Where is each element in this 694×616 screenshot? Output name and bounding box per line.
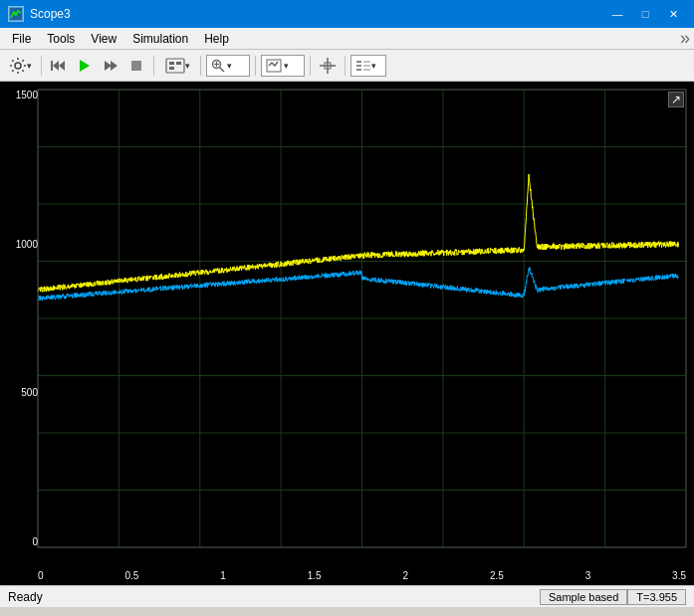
svg-marker-6 [105, 61, 112, 71]
x-label-0: 0 [38, 570, 44, 581]
menu-simulation[interactable]: Simulation [124, 30, 196, 48]
close-button[interactable]: ✕ [660, 4, 686, 24]
cursor-button[interactable] [316, 54, 340, 78]
sep2 [153, 56, 154, 76]
status-bar: Ready Sample based T=3.955 [0, 585, 694, 607]
svg-point-1 [15, 63, 21, 69]
sep4 [255, 56, 256, 76]
run-button[interactable] [73, 54, 97, 78]
time-label: T=3.955 [627, 589, 686, 605]
expand-button[interactable]: ↗ [668, 92, 684, 107]
title-bar: Scope3 — □ ✕ [0, 0, 694, 28]
menu-tools[interactable]: Tools [39, 30, 83, 48]
y-label-1500: 1500 [16, 90, 38, 101]
svg-rect-8 [131, 61, 141, 71]
svg-marker-5 [80, 60, 90, 72]
svg-line-14 [220, 67, 225, 72]
legend-dropdown[interactable]: ▾ [350, 55, 386, 77]
x-label-25: 2.5 [490, 570, 504, 581]
svg-marker-7 [111, 61, 117, 71]
menu-arrow[interactable]: » [680, 28, 690, 49]
step-button[interactable] [99, 54, 122, 78]
scope-canvas [0, 82, 694, 585]
x-label-1: 1 [220, 570, 226, 581]
menu-file[interactable]: File [4, 30, 39, 48]
y-label-0: 0 [32, 536, 38, 547]
svg-rect-11 [169, 67, 174, 70]
zoom-fit-dropdown[interactable]: ▾ [261, 55, 305, 77]
minimize-button[interactable]: — [604, 4, 630, 24]
plot-container: 1500 1000 500 0 0 0.5 1 1.5 2 2.5 3 3.5 … [0, 82, 694, 585]
svg-marker-2 [53, 61, 59, 71]
maximize-button[interactable]: □ [632, 4, 658, 24]
toolbar: ▾ ▾ [0, 50, 694, 82]
settings-button[interactable]: ▾ [4, 54, 36, 78]
svg-rect-10 [169, 62, 174, 65]
menu-view[interactable]: View [83, 30, 124, 48]
y-label-500: 500 [21, 387, 38, 398]
sep6 [345, 56, 346, 76]
x-label-2: 2 [402, 570, 408, 581]
params-button[interactable]: ▾ [159, 54, 195, 78]
x-label-3: 3 [585, 570, 591, 581]
rewind-button[interactable] [47, 54, 71, 78]
status-ready: Ready [8, 590, 43, 604]
app-icon [8, 6, 24, 22]
svg-marker-3 [59, 61, 65, 71]
sample-based-label: Sample based [540, 589, 627, 605]
sep3 [200, 56, 201, 76]
sep5 [310, 56, 311, 76]
menu-bar: File Tools View Simulation Help » [0, 28, 694, 50]
status-right: Sample based T=3.955 [540, 589, 686, 605]
svg-rect-4 [51, 61, 53, 71]
x-label-05: 0.5 [124, 570, 138, 581]
x-label-15: 1.5 [308, 570, 322, 581]
menu-help[interactable]: Help [196, 30, 237, 48]
sep1 [41, 56, 42, 76]
zoom-dropdown[interactable]: ▾ [206, 55, 250, 77]
svg-rect-9 [166, 59, 184, 73]
window-title: Scope3 [30, 7, 71, 21]
y-label-1000: 1000 [16, 239, 38, 250]
x-label-35: 3.5 [672, 570, 686, 581]
window-controls: — □ ✕ [604, 4, 686, 24]
stop-button[interactable] [124, 54, 148, 78]
svg-rect-12 [176, 62, 181, 65]
